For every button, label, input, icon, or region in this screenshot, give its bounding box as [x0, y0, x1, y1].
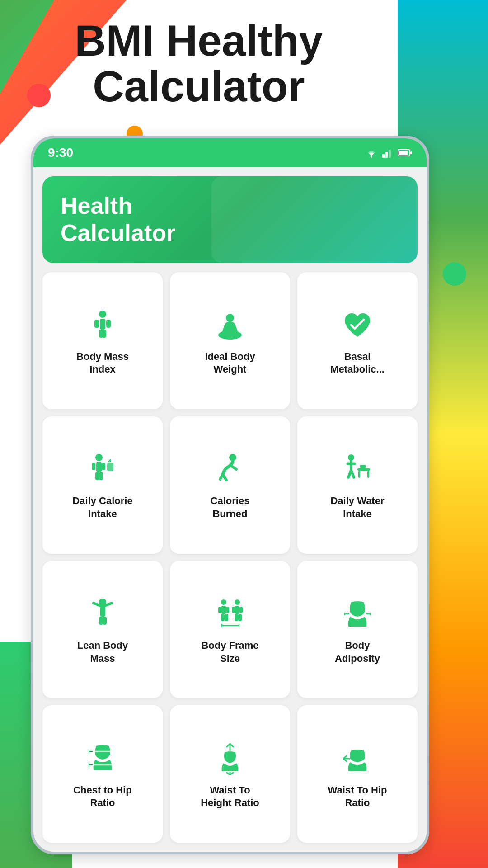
svg-rect-48 — [235, 614, 238, 621]
page-title: BMI Healthy Calculator — [27, 18, 371, 109]
svg-line-23 — [108, 460, 110, 462]
header-title: HealthCalculator — [61, 193, 399, 247]
calc-label-wthr: Waist ToHeight Ratio — [201, 784, 259, 810]
calc-item-chr[interactable]: Chest to HipRatio — [42, 705, 163, 843]
calc-item-cb[interactable]: CaloriesBurned — [170, 416, 290, 554]
svg-point-25 — [229, 454, 236, 461]
svg-rect-8 — [100, 319, 105, 330]
svg-rect-21 — [99, 472, 103, 480]
calc-item-dci[interactable]: Daily CalorieIntake — [42, 416, 163, 554]
svg-rect-5 — [399, 151, 408, 155]
calculator-grid: Body MassIndex Ideal BodyWeight — [33, 263, 427, 852]
battery-icon — [398, 149, 412, 157]
calc-item-wthr2[interactable]: Waist To HipRatio — [297, 705, 418, 843]
calc-label-chr: Chest to HipRatio — [73, 784, 132, 810]
svg-rect-17 — [96, 462, 102, 472]
calc-label-wthr2: Waist To HipRatio — [328, 784, 387, 810]
calc-item-bfs[interactable]: Body FrameSize — [170, 561, 290, 698]
calc-item-bmi[interactable]: Body MassIndex — [42, 272, 163, 410]
svg-rect-27 — [357, 468, 370, 471]
person-arms-up-icon — [84, 596, 121, 632]
two-persons-icon — [212, 596, 248, 632]
signal-icon — [382, 148, 393, 158]
svg-rect-30 — [360, 465, 366, 468]
svg-point-7 — [99, 311, 106, 318]
svg-point-26 — [348, 454, 354, 461]
svg-rect-1 — [382, 154, 385, 158]
calc-label-dci: Daily CalorieIntake — [72, 495, 132, 520]
svg-rect-28 — [358, 471, 360, 478]
header-banner: HealthCalculator — [42, 176, 418, 263]
svg-rect-38 — [221, 606, 226, 614]
svg-rect-32 — [100, 607, 105, 617]
calc-item-dwi[interactable]: Daily WaterIntake — [297, 416, 418, 554]
svg-rect-40 — [226, 607, 229, 613]
svg-rect-9 — [94, 320, 99, 328]
svg-rect-12 — [102, 330, 106, 338]
calc-label-cb: CaloriesBurned — [211, 495, 250, 520]
calc-item-ba[interactable]: BodyAdiposity — [297, 561, 418, 698]
svg-rect-47 — [239, 607, 243, 613]
svg-rect-42 — [225, 614, 228, 621]
torso-arrow-left-icon — [339, 741, 375, 777]
status-bar: 9:30 — [33, 138, 427, 167]
scale-person-icon — [212, 307, 248, 343]
svg-rect-29 — [367, 471, 369, 478]
svg-rect-49 — [238, 614, 242, 621]
calc-label-lbm: Lean BodyMass — [77, 639, 128, 665]
svg-rect-41 — [221, 614, 225, 621]
svg-point-15 — [226, 314, 234, 322]
svg-rect-45 — [235, 606, 239, 614]
svg-rect-35 — [99, 617, 103, 625]
status-time: 9:30 — [48, 146, 73, 160]
svg-rect-10 — [106, 320, 111, 328]
svg-point-0 — [371, 156, 372, 158]
phone-frame: 9:30 — [31, 136, 429, 854]
person-desk-icon — [339, 451, 375, 487]
calc-label-dwi: Daily WaterIntake — [330, 495, 384, 520]
heart-check-icon — [339, 307, 375, 343]
person-bend-icon — [212, 451, 248, 487]
calc-label-ibw: Ideal BodyWeight — [205, 350, 255, 376]
svg-point-16 — [95, 454, 103, 461]
calc-label-bmi: Body MassIndex — [76, 350, 129, 376]
torso-wide-icon — [339, 596, 375, 632]
svg-rect-36 — [103, 617, 107, 625]
page-title-area: BMI Healthy Calculator — [0, 18, 398, 109]
svg-rect-22 — [107, 463, 113, 471]
svg-point-44 — [235, 599, 240, 605]
dot-green-right — [443, 262, 466, 286]
calc-item-bmr[interactable]: BasalMetabolic... — [297, 272, 418, 410]
phone-content: HealthCalculator Body MassIndex — [33, 167, 427, 852]
svg-rect-6 — [410, 151, 412, 154]
calc-label-bmr: BasalMetabolic... — [330, 350, 385, 376]
svg-rect-2 — [385, 152, 388, 158]
svg-rect-19 — [102, 463, 105, 470]
calc-item-ibw[interactable]: Ideal BodyWeight — [170, 272, 290, 410]
svg-rect-18 — [92, 463, 95, 470]
calc-label-ba: BodyAdiposity — [335, 639, 380, 665]
svg-rect-39 — [218, 607, 221, 613]
svg-point-37 — [221, 599, 226, 605]
status-icons — [365, 148, 412, 158]
svg-rect-20 — [95, 472, 99, 480]
calc-item-lbm[interactable]: Lean BodyMass — [42, 561, 163, 698]
svg-rect-46 — [232, 607, 235, 613]
svg-rect-3 — [389, 150, 391, 158]
calc-item-wthr[interactable]: Waist ToHeight Ratio — [170, 705, 290, 843]
torso-arrow-up-icon — [212, 741, 248, 777]
person-icon — [84, 307, 121, 343]
calc-label-bfs: Body FrameSize — [201, 639, 258, 665]
wifi-icon — [365, 148, 378, 158]
person-drink-icon — [84, 451, 121, 487]
torso-lines-icon — [84, 741, 121, 777]
